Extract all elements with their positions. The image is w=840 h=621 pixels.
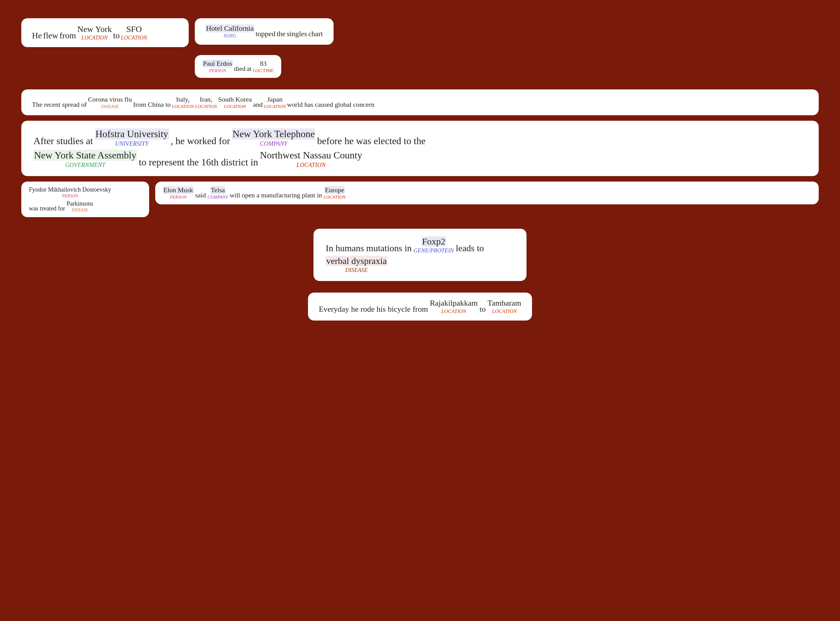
word-nyt: New York Telephone [232, 128, 315, 139]
flew-tokens: He flew from New York LOCATION to [32, 24, 178, 41]
bottom-row: Fyodor Mikhailovich Dostoevsky PERSON wa… [21, 182, 819, 223]
word-represent-district: to represent the 16th district in [139, 157, 258, 168]
label-musk: PERSON [170, 195, 187, 200]
label-loctime: LOC/TIME [253, 68, 273, 73]
hotel-tokens: Hotel California SONG topped the singles… [205, 24, 323, 39]
paul-tokens: Paul Erdos PERSON died at 83 LOC/TIME [202, 60, 273, 73]
top-row: He flew from New York LOCATION to [21, 18, 819, 84]
token-verbal: verbal dyspraxia DISEASE [326, 256, 387, 273]
token-the2: the [276, 30, 286, 39]
token-nassau: Northwest Nassau County LOCATION [260, 150, 362, 168]
word-hotel-california: Hotel California [205, 24, 254, 33]
label-person: PERSON [209, 68, 226, 73]
word-hofstra: Hofstra University [95, 128, 169, 139]
dostoevsky-tokens: Fyodor Mikhailovich Dostoevsky PERSON wa… [29, 186, 141, 212]
word-to: to [113, 31, 120, 41]
label-newyork: LOCATION [81, 35, 108, 41]
token-europe: Europe LOCATION [324, 186, 345, 200]
token-tam: Tambaram LOCATION [488, 298, 521, 315]
card-musk-wrap: Elon Musk PERSON said Telsa COMPANY will… [155, 182, 819, 211]
card-foxp2: In humans mutations in Foxp2 GENE/PROTEI… [313, 229, 527, 281]
card-bicycle: Everyday he rode his bicycle from Rajaki… [308, 292, 532, 321]
word-verbal: verbal dyspraxia [326, 256, 387, 266]
word-japan: Japan [267, 95, 283, 103]
word-he: He [32, 31, 42, 41]
card-disease: The recent spread of Corona virus flu DI… [21, 89, 819, 115]
token-newyork: New York LOCATION [77, 24, 112, 41]
token-at: at [247, 65, 252, 73]
word-raj: Rajakilpakkam [430, 298, 477, 308]
label-university: UNIVERSITY [115, 140, 149, 147]
top-right-cards: Hotel California SONG topped the singles… [195, 18, 819, 84]
word-foxp2: Foxp2 [422, 236, 446, 247]
word-to2: to [480, 305, 486, 315]
token-musk: Elon Musk PERSON [163, 186, 194, 200]
word-was-treated: was treated for [29, 205, 65, 212]
word-italy: Italy, [176, 95, 190, 103]
label-company: COMPANY [260, 140, 288, 147]
foxp2-row: In humans mutations in Foxp2 GENE/PROTEI… [21, 229, 819, 287]
word-parkinsons: Parkinsons [67, 200, 93, 207]
token-he: He [32, 31, 42, 41]
label-government: GOVERNMENT [65, 162, 105, 168]
word-singles: singles [287, 30, 307, 39]
label-song: SONG [223, 33, 236, 39]
word-comma-he-worked: , he worked for [171, 135, 230, 147]
word-died: died [234, 65, 246, 73]
word-from-china: from China to [133, 101, 170, 109]
token-corona: Corona virus flu DISEASE [88, 95, 132, 109]
token-died: died [234, 65, 246, 73]
word-nysa: New York State Assembly [33, 150, 137, 161]
label-verbal: DISEASE [345, 267, 368, 273]
word-the-recent: The recent spread of [32, 101, 87, 109]
token-topped: topped [256, 30, 275, 39]
card-paul-erdos: Paul Erdos PERSON died at 83 LOC/TIME [195, 55, 281, 78]
label-italy: LOCATION [172, 104, 194, 109]
word-sfo: SFO [126, 24, 142, 34]
token-italy: Italy, LOCATION [172, 95, 194, 109]
hofstra-line1: After studies at Hofstra University UNIV… [33, 128, 807, 147]
word-dostoevsky: Fyodor Mikhailovich Dostoevsky [29, 186, 111, 193]
word-europe: Europe [324, 186, 345, 194]
word-said: said [195, 191, 206, 200]
token-telsa: Telsa COMPANY [208, 186, 228, 200]
word-everyday: Everyday he rode his bicycle from [319, 305, 428, 315]
token-iran: Iran, LOCATION [195, 95, 217, 109]
label-raj: LOCATION [441, 308, 466, 315]
card-hotel-california: Hotel California SONG topped the singles… [195, 18, 334, 45]
token-dostoevsky: Fyodor Mikhailovich Dostoevsky PERSON [29, 186, 111, 198]
word-newyork: New York [77, 24, 112, 34]
card-dostoevsky: Fyodor Mikhailovich Dostoevsky PERSON wa… [21, 182, 149, 217]
word-tam: Tambaram [488, 298, 521, 308]
label-dostoevsky-person: PERSON [62, 194, 78, 198]
token-southkorea: South Korea LOCATION [218, 95, 252, 109]
word-will-open: will open a manufacturing plant in [230, 191, 322, 200]
word-nassau: Northwest Nassau County [260, 150, 362, 161]
label-europe: LOCATION [324, 195, 345, 200]
label-foxp2: GENE/PROTEIN [413, 247, 454, 254]
word-before-elected: before he was elected to the [317, 135, 425, 147]
card-hofstra: After studies at Hofstra University UNIV… [21, 121, 819, 176]
page-container: He flew from New York LOCATION to [9, 9, 831, 336]
label-southkorea: LOCATION [224, 104, 246, 109]
token-parkinsons: Parkinsons DISEASE [67, 200, 93, 212]
word-southkorea: South Korea [218, 95, 252, 103]
token-83: 83 LOC/TIME [253, 60, 273, 73]
card-flew: He flew from New York LOCATION to [21, 18, 189, 53]
token-hofstra: Hofstra University UNIVERSITY [95, 128, 169, 147]
disease-tokens: The recent spread of Corona virus flu DI… [32, 95, 808, 109]
word-from: from [59, 31, 76, 41]
token-japan: Japan LOCATION [264, 95, 286, 109]
token-nysa: New York State Assembly GOVERNMENT [33, 150, 137, 168]
word-83: 83 [260, 60, 267, 68]
word-topped: topped [256, 30, 275, 39]
token-foxp2: Foxp2 GENE/PROTEIN [413, 236, 454, 254]
word-paul-erdos: Paul Erdos [202, 60, 233, 68]
word-chart: chart [308, 30, 323, 39]
word-after-studies: After studies at [33, 135, 93, 147]
label-japan: LOCATION [264, 104, 286, 109]
word-corona: Corona virus flu [88, 95, 132, 103]
label-disease: DISEASE [101, 104, 119, 109]
label-iran: LOCATION [195, 104, 217, 109]
token-singles: singles [287, 30, 307, 39]
